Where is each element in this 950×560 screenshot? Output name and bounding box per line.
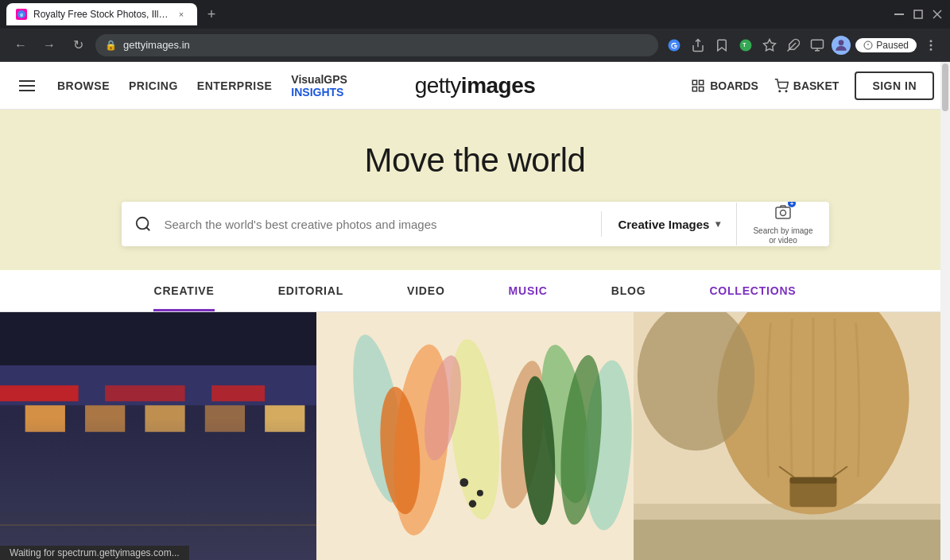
logo-part2: images <box>461 73 536 98</box>
maximize-button[interactable] <box>912 8 925 21</box>
search-icon-wrap <box>122 215 165 233</box>
browser-actions: T Paused <box>665 36 940 55</box>
image-cell-airport[interactable] <box>0 312 316 560</box>
svg-rect-40 <box>105 385 185 401</box>
share-icon[interactable] <box>688 36 708 55</box>
nav-right: BOARDS BASKET SIGN IN <box>691 71 934 100</box>
svg-point-12 <box>839 40 844 45</box>
forward-button[interactable]: → <box>38 34 60 56</box>
svg-rect-3 <box>914 10 922 18</box>
hero-section: Move the world Creative Images ▾ <box>0 110 950 270</box>
svg-rect-9 <box>812 40 824 48</box>
svg-rect-39 <box>0 385 79 401</box>
sign-in-button[interactable]: SIGN IN <box>855 71 934 100</box>
nav-tabs: CREATIVE EDITORIAL VIDEO MUSIC BLOG COLL… <box>0 270 950 312</box>
tab-favicon: g <box>16 9 27 20</box>
basket-label: BASKET <box>793 79 839 92</box>
svg-rect-64 <box>634 519 950 560</box>
tab-video[interactable]: VIDEO <box>375 270 477 311</box>
search-type-dropdown[interactable]: Creative Images ▾ <box>602 218 736 231</box>
logo-part1: getty <box>415 73 461 98</box>
hamburger-line <box>19 90 35 91</box>
site-content: BROWSE PRICING ENTERPRISE VisualGPS INSI… <box>0 62 950 560</box>
pricing-link[interactable]: PRICING <box>129 79 178 92</box>
close-window-button[interactable] <box>931 8 944 21</box>
svg-text:g: g <box>20 12 23 17</box>
svg-point-49 <box>460 478 469 487</box>
status-text: Waiting for spectrum.gettyimages.com... <box>10 547 180 558</box>
paused-label: Paused <box>876 40 909 51</box>
boards-label: BOARDS <box>710 79 758 92</box>
svg-rect-21 <box>692 87 696 91</box>
search-input[interactable] <box>165 218 602 231</box>
minimize-button[interactable] <box>893 8 905 21</box>
reload-button[interactable]: ↻ <box>67 34 89 56</box>
visualgps-link[interactable]: VisualGPS INSIGHTS <box>291 73 347 98</box>
desktop-icon[interactable] <box>808 36 827 55</box>
browse-link[interactable]: BROWSE <box>57 79 110 92</box>
svg-rect-60 <box>789 477 836 484</box>
status-bar: Waiting for spectrum.gettyimages.com... <box>0 546 189 560</box>
svg-rect-41 <box>211 385 265 401</box>
nav-left: BROWSE PRICING ENTERPRISE VisualGPS INSI… <box>16 73 347 98</box>
search-icon <box>134 215 152 233</box>
boards-link[interactable]: BOARDS <box>691 79 758 93</box>
tab-title: Royalty Free Stock Photos, Illustr... <box>33 9 169 20</box>
svg-point-23 <box>779 91 781 92</box>
svg-rect-19 <box>692 80 696 84</box>
svg-rect-27 <box>776 207 790 218</box>
scrollbar-thumb[interactable] <box>942 64 948 111</box>
image-search-label: Search by image or video <box>753 226 812 245</box>
scrollbar[interactable] <box>940 62 950 560</box>
address-input[interactable]: 🔒 gettyimages.in <box>95 34 658 56</box>
basket-icon <box>774 79 789 93</box>
tab-collections[interactable]: COLLECTIONS <box>677 270 828 311</box>
svg-point-25 <box>136 218 148 230</box>
svg-point-18 <box>930 48 932 50</box>
visualgps-line1: VisualGPS <box>291 73 347 86</box>
airport-background <box>0 312 316 560</box>
puzzle-icon[interactable] <box>784 36 803 55</box>
window-controls <box>893 8 944 21</box>
paused-badge[interactable]: Paused <box>855 38 917 52</box>
back-button[interactable]: ← <box>10 34 32 56</box>
browser-chrome: g Royalty Free Stock Photos, Illustr... … <box>0 0 950 29</box>
logo-text: gettyimages <box>415 73 536 98</box>
svg-point-50 <box>477 490 483 496</box>
search-bar: Creative Images ▾ + Search by image <box>122 202 829 246</box>
profile-button[interactable] <box>832 36 851 55</box>
svg-rect-2 <box>894 14 904 15</box>
active-tab[interactable]: g Royalty Free Stock Photos, Illustr... … <box>6 3 197 25</box>
tab-blog[interactable]: BLOG <box>580 270 678 311</box>
translate-icon[interactable]: T <box>736 36 755 55</box>
new-tab-button[interactable]: + <box>200 3 223 25</box>
search-type-label: Creative Images <box>618 218 709 231</box>
hamburger-line <box>19 85 35 87</box>
tab-creative[interactable]: CREATIVE <box>122 270 246 311</box>
svg-point-51 <box>469 500 476 508</box>
url-text: gettyimages.in <box>123 39 190 51</box>
image-cell-balloon[interactable] <box>634 312 950 560</box>
svg-point-17 <box>930 44 932 46</box>
svg-point-28 <box>780 210 785 216</box>
extensions-icon[interactable] <box>760 36 779 55</box>
svg-point-16 <box>930 41 932 42</box>
lock-icon: 🔒 <box>105 40 117 51</box>
address-bar: ← → ↻ 🔒 gettyimages.in T <box>0 29 950 62</box>
image-grid <box>0 312 950 560</box>
tab-close-button[interactable]: × <box>175 8 188 21</box>
hamburger-menu[interactable] <box>16 77 38 95</box>
menu-button[interactable] <box>921 36 940 55</box>
enterprise-link[interactable]: ENTERPRISE <box>197 79 272 92</box>
site-header: BROWSE PRICING ENTERPRISE VisualGPS INSI… <box>0 62 950 110</box>
tab-music[interactable]: MUSIC <box>477 270 580 311</box>
google-icon[interactable] <box>665 36 684 55</box>
basket-link[interactable]: BASKET <box>774 79 839 93</box>
image-search-button[interactable]: + Search by image or video <box>736 203 828 245</box>
paint-svg <box>316 312 633 560</box>
tab-editorial[interactable]: EDITORIAL <box>246 270 375 311</box>
visualgps-line2: INSIGHTS <box>291 86 347 98</box>
image-cell-paint[interactable] <box>316 312 633 560</box>
bookmark-icon[interactable] <box>712 36 731 55</box>
site-logo[interactable]: gettyimages <box>415 73 536 98</box>
